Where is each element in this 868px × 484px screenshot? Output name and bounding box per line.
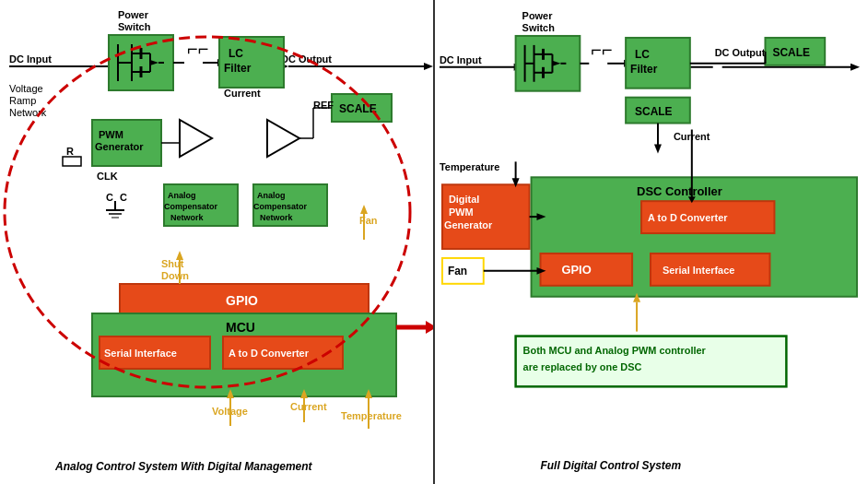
svg-text:Generator: Generator: [444, 219, 493, 230]
svg-text:A to D Converter: A to D Converter: [648, 212, 728, 223]
svg-text:LC: LC: [229, 47, 243, 60]
svg-text:DC Output: DC Output: [281, 53, 332, 65]
svg-marker-158: [537, 213, 546, 220]
svg-rect-27: [219, 37, 284, 88]
svg-point-79: [5, 37, 410, 387]
svg-text:Serial Interface: Serial Interface: [663, 265, 734, 276]
svg-text:C: C: [106, 192, 113, 203]
svg-rect-54: [253, 184, 327, 226]
svg-text:Network: Network: [170, 213, 205, 222]
svg-marker-117: [624, 60, 633, 67]
svg-text:Generator: Generator: [95, 141, 144, 152]
svg-text:Compensator: Compensator: [253, 202, 308, 211]
svg-text:REF: REF: [313, 100, 334, 111]
svg-marker-48: [180, 120, 212, 157]
svg-text:R: R: [66, 146, 74, 157]
svg-text:are replaced by one DSC: are replaced by one DSC: [523, 361, 642, 372]
svg-text:Full Digital Control System: Full Digital Control System: [541, 459, 682, 472]
svg-text:Current: Current: [290, 401, 327, 412]
svg-text:Voltage: Voltage: [212, 406, 248, 417]
svg-rect-10: [109, 35, 173, 90]
svg-text:Power: Power: [118, 9, 149, 20]
svg-marker-75: [300, 389, 308, 398]
svg-text:Current: Current: [224, 88, 261, 99]
svg-text:Fan: Fan: [448, 265, 467, 277]
svg-text:Network: Network: [260, 213, 294, 222]
svg-rect-118: [626, 38, 690, 89]
svg-rect-137: [651, 254, 769, 286]
svg-text:Both MCU and Analog PWM contro: Both MCU and Analog PWM controller: [523, 345, 707, 356]
svg-text:DC Input: DC Input: [9, 53, 52, 65]
svg-text:Analog Control System With Dig: Analog Control System With Digital Manag…: [54, 460, 313, 473]
svg-text:Power: Power: [522, 10, 554, 21]
svg-marker-83: [176, 251, 183, 260]
svg-text:Digital: Digital: [449, 194, 479, 205]
svg-rect-123: [626, 98, 690, 124]
svg-text:PWM: PWM: [449, 207, 474, 218]
svg-text:Fan: Fan: [359, 215, 378, 226]
svg-rect-101: [516, 36, 581, 91]
svg-text:CLK: CLK: [97, 171, 118, 182]
svg-text:Switch: Switch: [118, 21, 151, 32]
svg-text:DSC Controller: DSC Controller: [637, 184, 722, 198]
svg-marker-81: [426, 321, 433, 334]
svg-marker-26: [217, 59, 227, 66]
svg-marker-151: [633, 293, 640, 302]
svg-marker-77: [365, 389, 372, 398]
svg-marker-142: [537, 267, 546, 275]
svg-rect-147: [516, 336, 787, 387]
svg-text:Filter: Filter: [630, 63, 658, 76]
svg-marker-156: [654, 144, 662, 153]
svg-rect-135: [541, 254, 633, 286]
svg-marker-110: [552, 61, 560, 66]
svg-marker-7: [424, 63, 433, 70]
right-diagram: DC Input DC Output Power Switch: [433, 0, 868, 484]
svg-text:Temperature: Temperature: [341, 410, 402, 421]
svg-rect-127: [442, 184, 530, 249]
svg-text:Shut: Shut: [161, 258, 184, 269]
svg-rect-133: [641, 201, 774, 233]
svg-text:SCALE: SCALE: [635, 105, 672, 118]
svg-text:C: C: [120, 192, 127, 203]
svg-rect-40: [63, 157, 81, 166]
svg-marker-85: [360, 205, 368, 214]
svg-marker-144: [512, 178, 520, 187]
svg-text:PWM: PWM: [99, 129, 123, 140]
svg-marker-94: [514, 64, 523, 71]
svg-text:⌐⌐: ⌐⌐: [591, 40, 612, 60]
svg-marker-98: [850, 64, 860, 71]
svg-text:Down: Down: [161, 270, 189, 281]
svg-marker-146: [688, 196, 696, 203]
svg-text:Network: Network: [9, 107, 47, 118]
svg-rect-131: [532, 177, 857, 296]
svg-text:Ramp: Ramp: [9, 95, 36, 106]
svg-rect-36: [92, 120, 161, 166]
left-diagram: DC Input DC Output Power Switch: [0, 0, 433, 484]
svg-marker-19: [150, 60, 158, 65]
svg-text:Serial Interface: Serial Interface: [104, 348, 177, 359]
svg-text:Current: Current: [674, 131, 710, 142]
svg-rect-30: [332, 94, 392, 122]
svg-marker-73: [227, 389, 234, 398]
svg-rect-60: [92, 313, 396, 396]
svg-text:SCALE: SCALE: [772, 46, 809, 59]
svg-text:A to D Converter: A to D Converter: [229, 348, 310, 359]
svg-text:GPIO: GPIO: [226, 293, 258, 308]
svg-rect-58: [120, 284, 369, 316]
svg-rect-139: [442, 258, 484, 284]
svg-text:Filter: Filter: [224, 62, 252, 75]
svg-text:Compensator: Compensator: [164, 202, 218, 211]
svg-text:DC Output: DC Output: [715, 47, 766, 58]
svg-rect-64: [223, 336, 343, 369]
main-container: DC Input DC Output Power Switch: [0, 0, 868, 484]
svg-text:MCU: MCU: [226, 320, 255, 335]
svg-text:⌐⌐: ⌐⌐: [187, 39, 208, 59]
svg-text:Voltage: Voltage: [9, 83, 43, 94]
svg-rect-62: [100, 336, 210, 369]
svg-text:DC Input: DC Input: [440, 54, 482, 65]
svg-marker-49: [267, 120, 299, 157]
svg-text:Analog: Analog: [168, 191, 196, 200]
svg-marker-2: [109, 63, 118, 70]
svg-text:GPIO: GPIO: [561, 263, 591, 277]
svg-text:LC: LC: [635, 48, 650, 61]
